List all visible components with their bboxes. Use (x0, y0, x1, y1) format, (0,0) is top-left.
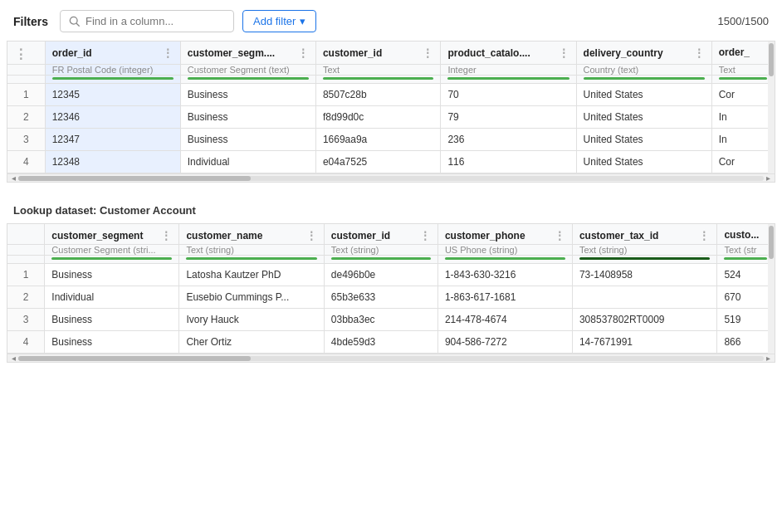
meta-custom-extra: Text (str (717, 245, 775, 256)
meta-customer-phone: US Phone (string) (437, 245, 572, 256)
cell-customer-segment: Business (45, 309, 179, 331)
main-table: ⋮ order_id ⋮ customer_segm.... (7, 41, 775, 173)
table-row: 4 12348 Individual e04a7525 116 United S… (7, 151, 775, 173)
cell-order-extra: Cor (711, 151, 774, 173)
col-menu-icon[interactable]: ⋮ (554, 229, 565, 242)
main-table-header-row: ⋮ order_id ⋮ customer_segm.... (7, 41, 775, 65)
table-row: 1 Business Latosha Kautzer PhD de496b0e … (7, 264, 775, 286)
row-num: 2 (7, 286, 45, 309)
vscroll-thumb (769, 226, 774, 259)
lookup-table-section: customer_segment ⋮ customer_name ⋮ (7, 223, 775, 363)
cell-customer-name: Ivory Hauck (179, 309, 324, 331)
hscroll-thumb (18, 356, 251, 361)
row-num: 1 (7, 84, 45, 106)
col-menu-icon[interactable]: ⋮ (297, 46, 309, 60)
scroll-left-icon[interactable]: ◂ (9, 354, 18, 363)
col-menu-icon[interactable]: ⋮ (160, 229, 172, 242)
lookup-row-menu-header (7, 224, 45, 245)
col-menu-icon[interactable]: ⋮ (305, 229, 317, 242)
lookup-table-meta-row: Customer Segment (stri... Text (string) … (7, 245, 775, 256)
hscroll-track (18, 356, 764, 361)
col-header-customer-phone: customer_phone ⋮ (437, 224, 572, 245)
cell-custom-extra: 670 (717, 286, 775, 309)
cell-product-catalo: 116 (441, 151, 576, 173)
col-header-order-id: order_id ⋮ (45, 41, 180, 65)
svg-line-1 (76, 23, 79, 26)
cell-customer-segment: Business (45, 331, 179, 354)
col-header-customer-segm: customer_segm.... ⋮ (180, 41, 315, 65)
table-row: 2 12346 Business f8d99d0c 79 United Stat… (7, 106, 775, 129)
row-num: 2 (7, 106, 45, 129)
cell-customer-tax-id: 14-7671991 (572, 331, 716, 354)
row-num: 3 (7, 309, 45, 331)
cell-order-extra: In (711, 129, 774, 151)
meta-customer-segment: Customer Segment (stri... (45, 245, 179, 256)
main-table-vscroll[interactable] (768, 41, 775, 173)
cell-customer-phone: 214-478-4674 (437, 309, 572, 331)
col-menu-icon[interactable]: ⋮ (422, 46, 433, 60)
cell-customer-phone: 904-586-7272 (437, 331, 572, 354)
cell-order-id: 12345 (45, 84, 180, 106)
scroll-left-icon[interactable]: ◂ (9, 173, 18, 183)
col-header-custom-extra: custo... (717, 224, 775, 245)
col-header-customer-tax-id: customer_tax_id ⋮ (572, 224, 716, 245)
cell-customer-id: f8d99d0c (315, 106, 441, 129)
meta-delivery-country: Country (text) (576, 65, 711, 76)
cell-customer-tax-id (572, 286, 716, 309)
cell-customer-segm: Individual (180, 151, 315, 173)
main-table-section: ⋮ order_id ⋮ customer_segm.... (7, 41, 775, 183)
cell-customer-id: e04a7525 (315, 151, 441, 173)
main-table-meta-row: FR Postal Code (integer) Customer Segmen… (7, 65, 775, 76)
lookup-table-hscroll[interactable]: ◂ ▸ (7, 354, 775, 362)
search-box[interactable] (60, 10, 234, 32)
scroll-right-icon[interactable]: ▸ (764, 354, 773, 363)
cell-custom-extra: 519 (717, 309, 775, 331)
cell-product-catalo: 70 (441, 84, 576, 106)
cell-customer-segment: Individual (45, 286, 179, 309)
cell-customer-segment: Business (45, 264, 179, 286)
filters-label: Filters (13, 15, 48, 28)
search-input[interactable] (86, 15, 225, 27)
cell-delivery-country: United States (576, 129, 711, 151)
main-table-wrapper[interactable]: ⋮ order_id ⋮ customer_segm.... (7, 41, 775, 173)
cell-customer-id: 8507c28b (315, 84, 441, 106)
scroll-right-icon[interactable]: ▸ (764, 173, 773, 183)
cell-order-id: 12346 (45, 106, 180, 129)
cell-customer-segm: Business (180, 129, 315, 151)
row-menu-header: ⋮ (7, 41, 45, 65)
lookup-table-vscroll[interactable] (768, 224, 775, 354)
col-menu-icon[interactable]: ⋮ (693, 46, 705, 60)
meta-lookup-customer-id: Text (string) (324, 245, 437, 256)
col-menu-icon[interactable]: ⋮ (558, 46, 569, 60)
meta-customer-name: Text (string) (179, 245, 324, 256)
filters-bar: Filters Add filter ▾ 1500/1500 (0, 10, 782, 41)
add-filter-button[interactable]: Add filter ▾ (242, 10, 316, 32)
table-row: 3 12347 Business 1669aa9a 236 United Sta… (7, 129, 775, 151)
cell-lookup-customer-id: 4bde59d3 (324, 331, 437, 354)
col-menu-icon[interactable]: ⋮ (162, 46, 174, 60)
col-header-delivery-country: delivery_country ⋮ (576, 41, 711, 65)
col-header-customer-name: customer_name ⋮ (179, 224, 324, 245)
page: Filters Add filter ▾ 1500/1500 (0, 0, 782, 532)
cell-customer-phone: 1-843-630-3216 (437, 264, 572, 286)
cell-customer-name: Eusebio Cummings P... (179, 286, 324, 309)
hscroll-track (18, 176, 764, 181)
main-table-body: 1 12345 Business 8507c28b 70 United Stat… (7, 84, 775, 173)
lookup-table-wrapper[interactable]: customer_segment ⋮ customer_name ⋮ (7, 224, 775, 354)
cell-order-extra: Cor (711, 84, 774, 106)
cell-custom-extra: 524 (717, 264, 775, 286)
col-menu-icon[interactable]: ⋮ (698, 229, 710, 242)
cell-delivery-country: United States (576, 84, 711, 106)
col-header-customer-segment: customer_segment ⋮ (45, 224, 179, 245)
row-num: 4 (7, 151, 45, 173)
row-num: 1 (7, 264, 45, 286)
table-row: 2 Individual Eusebio Cummings P... 65b3e… (7, 286, 775, 309)
filter-controls: Add filter ▾ (60, 10, 316, 32)
col-menu-icon[interactable]: ⋮ (419, 229, 431, 242)
table-row: 3 Business Ivory Hauck 03bba3ec 214-478-… (7, 309, 775, 331)
col-header-customer-id: customer_id ⋮ (315, 41, 441, 65)
cell-order-id: 12348 (45, 151, 180, 173)
dots-icon[interactable]: ⋮ (14, 47, 27, 61)
meta-order-id: FR Postal Code (integer) (45, 65, 180, 76)
main-table-hscroll[interactable]: ◂ ▸ (7, 173, 775, 182)
